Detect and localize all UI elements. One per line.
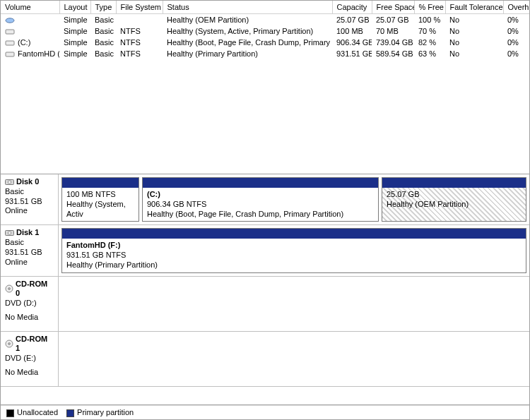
volume-row[interactable]: Simple Basic Healthy (OEM Partition) 25.… bbox=[1, 14, 529, 26]
disk-size: 931.51 GB bbox=[5, 248, 54, 258]
col-capacity[interactable]: Capacity bbox=[332, 1, 372, 14]
partition-size: 931.51 GB NTFS bbox=[66, 251, 522, 260]
hard-disk-icon bbox=[5, 229, 14, 236]
disk-row-disk0: Disk 0 Basic 931.51 GB Online 100 MB NTF… bbox=[1, 174, 529, 225]
svg-point-11 bbox=[8, 343, 11, 345]
partition-stripe-primary bbox=[62, 229, 526, 239]
empty-bay bbox=[61, 335, 526, 383]
cell-layout: Simple bbox=[59, 14, 90, 26]
disk-graphic-pane[interactable]: Disk 0 Basic 931.51 GB Online 100 MB NTF… bbox=[1, 174, 529, 405]
cell-ft: No bbox=[445, 14, 503, 26]
svg-point-0 bbox=[6, 18, 14, 23]
partition-status: Healthy (Primary Partition) bbox=[66, 260, 522, 270]
drive-icon bbox=[5, 28, 15, 35]
partition-stripe-primary bbox=[62, 178, 139, 188]
col-overhead[interactable]: Overhead bbox=[503, 1, 529, 14]
hard-disk-icon bbox=[5, 179, 14, 186]
disk-info[interactable]: CD-ROM 0 DVD (D:) No Media bbox=[1, 277, 59, 331]
partition-stripe-primary bbox=[382, 178, 526, 188]
svg-point-7 bbox=[8, 232, 11, 234]
disk-info[interactable]: Disk 0 Basic 931.51 GB Online bbox=[1, 174, 59, 224]
col-layout[interactable]: Layout bbox=[59, 1, 90, 14]
drive-icon bbox=[5, 40, 15, 47]
disk-state: Online bbox=[5, 206, 54, 216]
col-type[interactable]: Type bbox=[90, 1, 116, 14]
disk-title: Disk 1 bbox=[16, 228, 39, 238]
disk-row-disk1: Disk 1 Basic 931.51 GB Online FantomHD (… bbox=[1, 225, 529, 276]
partition-size: 906.34 GB NTFS bbox=[147, 200, 374, 210]
cell-fs bbox=[116, 14, 163, 26]
col-faulttol[interactable]: Fault Tolerance bbox=[445, 1, 503, 14]
disk-info[interactable]: CD-ROM 1 DVD (E:) No Media bbox=[1, 332, 59, 386]
partition[interactable]: 100 MB NTFS Healthy (System, Activ bbox=[61, 177, 139, 222]
volume-list-header-row: Volume Layout Type File System Status Ca… bbox=[1, 1, 529, 14]
svg-rect-1 bbox=[6, 30, 14, 34]
disk-title: Disk 0 bbox=[16, 177, 39, 187]
col-status[interactable]: Status bbox=[163, 1, 332, 14]
drive-icon bbox=[5, 51, 15, 58]
legend-bar: Unallocated Primary partition bbox=[1, 405, 529, 419]
empty-bay bbox=[61, 280, 526, 328]
partition-stripe-primary bbox=[143, 178, 378, 188]
svg-point-9 bbox=[8, 288, 11, 290]
partition-title: (C:) bbox=[147, 190, 374, 200]
drive-icon bbox=[5, 17, 15, 24]
svg-rect-3 bbox=[6, 52, 14, 56]
partition-status: Healthy (OEM Partition) bbox=[387, 200, 522, 210]
disk-sub: DVD (D:) bbox=[5, 299, 54, 308]
volume-row[interactable]: FantomHD (F:) Simple Basic NTFS Healthy … bbox=[1, 48, 529, 59]
cell-free: 25.07 GB bbox=[372, 14, 414, 26]
disk-management-window: Volume Layout Type File System Status Ca… bbox=[0, 0, 530, 420]
legend-primary: Primary partition bbox=[66, 408, 134, 417]
col-freespace[interactable]: Free Space bbox=[372, 1, 414, 14]
partition[interactable]: FantomHD (F:) 931.51 GB NTFS Healthy (Pr… bbox=[61, 228, 526, 272]
disk-title: CD-ROM 1 bbox=[16, 335, 54, 354]
disk-row-cdrom0: CD-ROM 0 DVD (D:) No Media bbox=[1, 277, 529, 332]
disk-row-cdrom1: CD-ROM 1 DVD (E:) No Media bbox=[1, 332, 529, 387]
disk-type: Basic bbox=[5, 187, 54, 197]
svg-rect-2 bbox=[6, 41, 14, 45]
disk-state: No Media bbox=[5, 313, 54, 323]
svg-point-5 bbox=[8, 181, 11, 184]
partition-oem[interactable]: 25.07 GB Healthy (OEM Partition) bbox=[382, 177, 526, 222]
optical-disc-icon bbox=[5, 340, 13, 348]
col-pctfree[interactable]: % Free bbox=[414, 1, 445, 14]
cell-oh: 0% bbox=[503, 14, 529, 26]
partition-size: 25.07 GB bbox=[387, 190, 522, 200]
partition-status: Healthy (System, Activ bbox=[66, 200, 134, 220]
cell-pct: 100 % bbox=[414, 14, 445, 26]
partition-title: FantomHD (F:) bbox=[66, 241, 522, 251]
disk-state: No Media bbox=[5, 368, 54, 378]
volume-list-pane[interactable]: Volume Layout Type File System Status Ca… bbox=[1, 1, 529, 174]
legend-swatch-unallocated bbox=[6, 409, 14, 417]
disk-info[interactable]: Disk 1 Basic 931.51 GB Online bbox=[1, 225, 59, 275]
cell-status: Healthy (OEM Partition) bbox=[163, 14, 332, 26]
disk-size: 931.51 GB bbox=[5, 197, 54, 207]
disk-title: CD-ROM 0 bbox=[16, 280, 54, 299]
volume-name: (C:) bbox=[18, 38, 30, 47]
cell-cap: 25.07 GB bbox=[332, 14, 372, 26]
col-filesystem[interactable]: File System bbox=[116, 1, 163, 14]
partition-size: 100 MB NTFS bbox=[66, 190, 134, 200]
volume-row[interactable]: Simple Basic NTFS Healthy (System, Activ… bbox=[1, 25, 529, 37]
volume-row[interactable]: (C:) Simple Basic NTFS Healthy (Boot, Pa… bbox=[1, 37, 529, 48]
volume-name: FantomHD (F:) bbox=[18, 49, 59, 58]
disk-state: Online bbox=[5, 258, 54, 268]
col-volume[interactable]: Volume bbox=[1, 1, 59, 14]
disk-sub: DVD (E:) bbox=[5, 354, 54, 364]
legend-swatch-primary bbox=[66, 409, 74, 417]
partition[interactable]: (C:) 906.34 GB NTFS Healthy (Boot, Page … bbox=[142, 177, 379, 222]
disk-type: Basic bbox=[5, 238, 54, 248]
legend-unallocated: Unallocated bbox=[6, 408, 58, 417]
partition-status: Healthy (Boot, Page File, Crash Dump, Pr… bbox=[147, 210, 374, 220]
cell-type: Basic bbox=[90, 14, 116, 26]
optical-disc-icon bbox=[5, 284, 13, 293]
